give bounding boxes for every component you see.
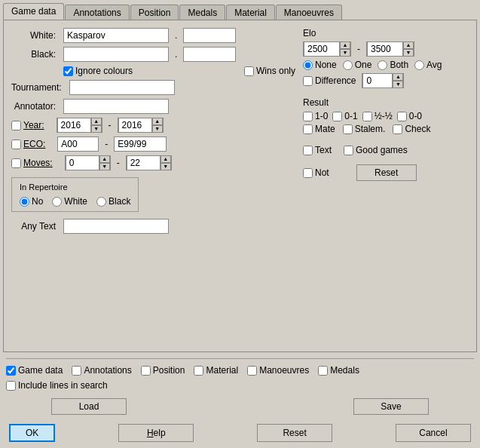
difference-up[interactable]: ▲ xyxy=(393,73,403,81)
result-loss-checkbox[interactable] xyxy=(332,112,342,121)
result-loss-check[interactable]: 0-1 xyxy=(332,111,357,121)
manoeuvres-checkbox[interactable] xyxy=(247,366,257,376)
text-check[interactable]: Text xyxy=(303,145,332,155)
elo-from-down[interactable]: ▼ xyxy=(340,49,350,57)
rep-black-radio[interactable]: Black xyxy=(96,196,130,207)
load-button[interactable]: Load xyxy=(51,398,127,415)
reset-button[interactable]: Reset xyxy=(257,424,332,442)
good-games-checkbox[interactable] xyxy=(344,146,353,155)
annotations-check[interactable]: Annotations xyxy=(72,365,131,376)
moves-to-down[interactable]: ▼ xyxy=(161,163,171,170)
year-from-input[interactable] xyxy=(57,118,91,133)
moves-checkbox[interactable] xyxy=(11,158,21,168)
year-to-up[interactable]: ▲ xyxy=(152,118,163,125)
save-button[interactable]: Save xyxy=(353,398,429,415)
year-from-down[interactable]: ▼ xyxy=(91,125,102,133)
tournament-input[interactable] xyxy=(69,80,175,95)
moves-to-input[interactable] xyxy=(127,155,161,170)
result-stalemate-check[interactable]: Stalem. xyxy=(343,124,386,134)
moves-from-input[interactable] xyxy=(66,155,99,170)
elo-both-input[interactable] xyxy=(378,60,387,70)
material-checkbox[interactable] xyxy=(194,366,203,376)
difference-down[interactable]: ▼ xyxy=(393,81,403,88)
include-lines-checkbox[interactable] xyxy=(6,381,16,391)
elo-to-input[interactable] xyxy=(367,41,403,57)
elo-avg-input[interactable] xyxy=(414,60,424,70)
manoeuvres-check[interactable]: Manoeuvres xyxy=(247,365,309,376)
result-none-check[interactable]: 0-0 xyxy=(397,111,422,121)
result-draw-checkbox[interactable] xyxy=(362,112,372,121)
moves-from-up[interactable]: ▲ xyxy=(99,155,110,163)
white-input[interactable] xyxy=(63,28,169,43)
black-extra-input[interactable] xyxy=(183,47,236,62)
result-check-check[interactable]: Check xyxy=(393,124,430,134)
tab-manoeuvres[interactable]: Manoeuvres xyxy=(276,5,342,20)
difference-input[interactable] xyxy=(362,73,393,88)
rep-white-input[interactable] xyxy=(52,197,62,207)
elo-none-radio[interactable]: None xyxy=(303,60,337,70)
difference-checkbox[interactable] xyxy=(303,76,313,86)
rep-no-radio[interactable]: No xyxy=(20,196,43,207)
result-win-checkbox[interactable] xyxy=(303,112,313,121)
rep-no-input[interactable] xyxy=(20,197,29,207)
ignore-colours-checkbox[interactable] xyxy=(63,66,73,76)
material-check[interactable]: Material xyxy=(194,365,238,376)
elo-from-input[interactable] xyxy=(304,41,340,57)
year-check[interactable]: Year: xyxy=(11,120,44,130)
ignore-colours-check[interactable]: Ignore colours xyxy=(63,66,133,76)
any-text-input[interactable] xyxy=(63,219,169,234)
elo-none-input[interactable] xyxy=(303,60,313,70)
good-games-check[interactable]: Good games xyxy=(344,145,408,155)
black-input[interactable] xyxy=(63,47,169,62)
result-mate-check[interactable]: Mate xyxy=(303,124,335,134)
tab-position[interactable]: Position xyxy=(130,5,179,20)
year-from-up[interactable]: ▲ xyxy=(91,118,102,125)
tab-medals[interactable]: Medals xyxy=(179,5,225,20)
medals-checkbox[interactable] xyxy=(318,366,328,376)
elo-one-radio[interactable]: One xyxy=(343,60,372,70)
wins-only-check[interactable]: Wins only xyxy=(244,66,295,76)
result-stalemate-checkbox[interactable] xyxy=(343,124,353,134)
elo-from-up[interactable]: ▲ xyxy=(340,41,350,49)
ok-button[interactable]: OK xyxy=(9,424,55,442)
white-extra-input[interactable] xyxy=(183,28,236,43)
result-win-check[interactable]: 1-0 xyxy=(303,111,328,121)
right-reset-button[interactable]: Reset xyxy=(356,164,417,181)
help-button[interactable]: Help xyxy=(118,424,194,442)
moves-from-down[interactable]: ▼ xyxy=(99,163,110,170)
year-checkbox[interactable] xyxy=(11,121,21,130)
year-to-down[interactable]: ▼ xyxy=(152,125,163,133)
year-to-input[interactable] xyxy=(118,118,152,133)
text-checkbox[interactable] xyxy=(303,146,313,155)
annotator-input[interactable] xyxy=(63,99,169,114)
elo-to-down[interactable]: ▼ xyxy=(403,49,414,57)
game-data-check[interactable]: Game data xyxy=(6,365,63,376)
rep-white-radio[interactable]: White xyxy=(52,196,87,207)
result-none-checkbox[interactable] xyxy=(397,112,407,121)
rep-black-input[interactable] xyxy=(96,197,106,207)
game-data-checkbox[interactable] xyxy=(6,366,16,376)
tab-game-data[interactable]: Game data xyxy=(3,3,64,20)
medals-check[interactable]: Medals xyxy=(318,365,359,376)
cancel-button[interactable]: Cancel xyxy=(396,424,471,442)
result-check-checkbox[interactable] xyxy=(393,124,402,134)
difference-check[interactable]: Difference xyxy=(303,75,356,86)
elo-both-radio[interactable]: Both xyxy=(378,60,408,70)
result-draw-check[interactable]: ½-½ xyxy=(362,111,393,121)
wins-only-checkbox[interactable] xyxy=(244,66,254,76)
annotations-checkbox[interactable] xyxy=(72,366,81,376)
not-check[interactable]: Not xyxy=(303,167,329,178)
eco-check[interactable]: ECO: xyxy=(11,139,45,149)
position-check[interactable]: Position xyxy=(141,365,185,376)
eco-to-input[interactable] xyxy=(114,137,167,152)
result-mate-checkbox[interactable] xyxy=(303,124,313,134)
moves-check[interactable]: Moves: xyxy=(11,158,53,168)
tab-annotations[interactable]: Annotations xyxy=(65,5,129,20)
tab-material[interactable]: Material xyxy=(226,5,275,20)
elo-one-input[interactable] xyxy=(343,60,353,70)
not-checkbox[interactable] xyxy=(303,168,313,178)
include-lines-check[interactable]: Include lines in search xyxy=(6,380,108,391)
moves-to-up[interactable]: ▲ xyxy=(161,155,171,163)
elo-to-up[interactable]: ▲ xyxy=(403,41,414,49)
elo-avg-radio[interactable]: Avg xyxy=(414,60,442,70)
